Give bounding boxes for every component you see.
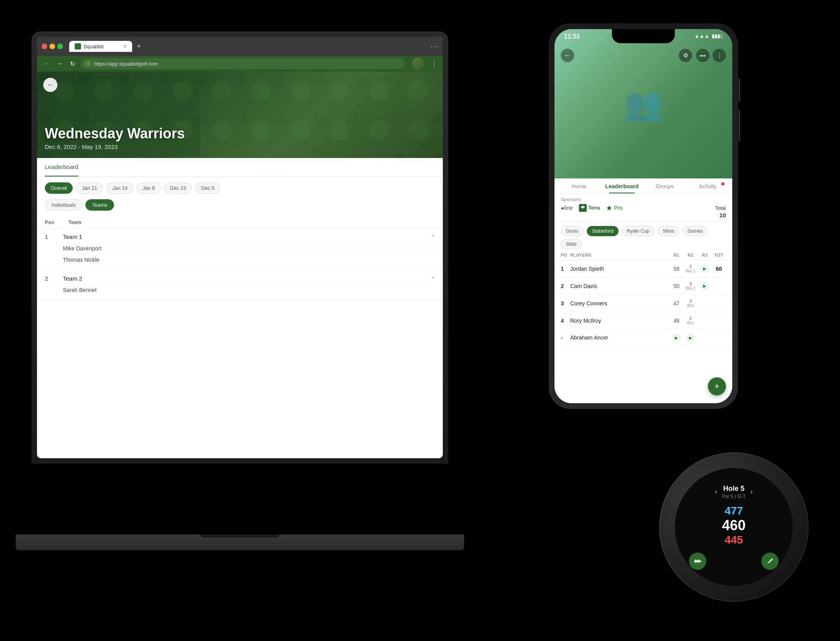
minimize-window-btn[interactable]: [50, 44, 55, 49]
hole-number: Hole 5: [722, 485, 746, 493]
red-distance: 445: [722, 534, 746, 546]
game-chip-games[interactable]: Games: [682, 226, 708, 236]
date-filters: Overall Jan 21 Jan 14 Jan 8 Dec 23 Dec 5: [37, 177, 443, 199]
stats-chip[interactable]: Stats: [561, 239, 582, 249]
filter-jan8[interactable]: Jan 8: [136, 182, 161, 194]
traffic-lights: [42, 44, 63, 49]
player-row-2: 2 Cam Davis 50 3 thru 1 ▶: [554, 277, 732, 295]
watch-bottom-actions: [683, 553, 785, 570]
team-2-member-1: Sarah Bennet: [63, 284, 435, 296]
svg-rect-3: [697, 560, 698, 563]
browser-tab[interactable]: Squabbit ✕: [69, 41, 132, 52]
browser-nav-bar: ← → ↻ https://app.squabbitgolf.com ⋮: [37, 56, 443, 72]
phone-more-icon[interactable]: •••: [696, 49, 709, 62]
team-1-chevron-icon[interactable]: ⌃: [431, 234, 435, 240]
browser-menu-icon[interactable]: ⋯: [430, 42, 438, 51]
team-2-members: Sarah Bennet: [45, 284, 435, 296]
close-window-btn[interactable]: [42, 44, 47, 49]
col-team: Team: [68, 219, 435, 225]
wifi-icon: ▲▲▲: [694, 33, 709, 39]
next-hole-button[interactable]: ›: [750, 488, 753, 496]
play-icon-2[interactable]: ▶: [700, 282, 709, 290]
game-chip-ryder[interactable]: Ryder Cup: [622, 226, 654, 236]
team-1-name[interactable]: Team 1: [63, 233, 425, 240]
reload-icon[interactable]: ↻: [68, 59, 77, 69]
user-avatar[interactable]: [412, 57, 425, 70]
player-2-r2: 3 thru 1: [683, 281, 698, 290]
player-table-header: PO PLAYERS R1 R2 R3 TOT: [554, 250, 732, 260]
filter-jan21[interactable]: Jan 21: [76, 182, 103, 194]
maximize-window-btn[interactable]: [57, 44, 63, 49]
phone-hero-image: ← ⚙ ••• ⋮: [554, 29, 732, 178]
new-tab-icon[interactable]: +: [137, 42, 141, 51]
blue-distance: 477: [722, 505, 746, 517]
total-label: Total: [715, 205, 726, 211]
league-title: Wednesday Warriors: [45, 125, 185, 142]
tab-close-icon[interactable]: ✕: [123, 44, 127, 49]
watch-scorecard-icon[interactable]: [761, 553, 779, 570]
team-1-pos: 1: [45, 233, 57, 240]
team-1-member-1: Mike Davenport: [63, 242, 435, 254]
team-1-member-2: Thomas Nickle: [63, 254, 435, 265]
filter-teams[interactable]: Teams: [85, 199, 114, 211]
phone-tab-activity[interactable]: Activity: [686, 178, 729, 193]
player-1-r3: ▶: [698, 264, 712, 273]
watch-measure-icon[interactable]: [689, 553, 706, 570]
back-arrow-icon[interactable]: ←: [42, 59, 51, 69]
play-icon[interactable]: ▶: [700, 264, 709, 273]
web-content: ← Wednesday Warriors Dec 6, 2022 - May 1…: [37, 72, 443, 458]
filter-dec5[interactable]: Dec 5: [195, 182, 220, 194]
phone-menu-icon[interactable]: ⋮: [713, 49, 726, 62]
volume-button[interactable]: [739, 110, 740, 141]
player-5-name: Abraham Ancer: [570, 334, 669, 341]
hole-distances: 477 460 445: [722, 505, 746, 546]
hole-navigation: ‹ Hole 5 Par 5 | SI 2 ›: [715, 485, 753, 499]
league-dates: Dec 6, 2022 - May 19, 2023: [45, 143, 185, 150]
phone-back-button[interactable]: ←: [561, 49, 574, 62]
sponsor-pro: Pro: [606, 205, 623, 211]
player-2-name: Cam Davis: [570, 283, 669, 289]
team-1-members: Mike Davenport Thomas Nickle: [45, 242, 435, 265]
col-tot: TOT: [712, 253, 726, 257]
phone-settings-icon[interactable]: ⚙: [679, 49, 692, 62]
forward-arrow-icon[interactable]: →: [55, 59, 64, 69]
play-icon-5b[interactable]: ▶: [686, 333, 695, 342]
browser-overflow-icon[interactable]: ⋮: [430, 59, 438, 68]
player-1-r2: 2 thru 1: [683, 264, 698, 273]
col-po: PO: [561, 253, 570, 257]
player-row-3: 3 Corey Conners 47 3 thru: [554, 295, 732, 312]
activity-notification-dot: [721, 182, 724, 186]
smartwatch: ‹ Hole 5 Par 5 | SI 2 › 477 460 445: [659, 452, 809, 602]
team-2-chevron-icon[interactable]: ⌃: [431, 276, 435, 281]
status-icons: ▲▲▲ ▮▮▮▯: [694, 33, 723, 39]
battery-icon: ▮▮▮▯: [712, 33, 723, 39]
phone-tab-home[interactable]: Home: [558, 178, 601, 193]
dynamic-island: [612, 29, 675, 43]
web-back-button[interactable]: ←: [43, 78, 57, 92]
player-4-pos: 4: [561, 318, 570, 324]
team-row-2: 2 Team 2 ⌃ Sarah Bennet: [37, 270, 443, 301]
game-chip-skins[interactable]: Skins: [658, 226, 679, 236]
player-5-r2: ▶: [683, 333, 698, 342]
total-value: 10: [719, 212, 726, 219]
fab-add-button[interactable]: +: [708, 377, 726, 395]
filter-overall[interactable]: Overall: [45, 182, 73, 194]
leaderboard-tab-bar: Leaderboard: [37, 158, 443, 177]
filter-dec23[interactable]: Dec 23: [164, 182, 192, 194]
phone-bottom-content: Home Leaderboard Groups Activity Sponsor…: [554, 178, 732, 403]
sponsor-proline: ●line: [561, 205, 573, 211]
address-bar[interactable]: https://app.squabbitgolf.com: [81, 58, 405, 69]
laptop-base: [16, 534, 464, 550]
filter-individuals[interactable]: Individuals: [45, 199, 82, 211]
power-button[interactable]: [739, 79, 740, 102]
leaderboard-tab[interactable]: Leaderboard: [45, 158, 78, 176]
phone-tab-groups[interactable]: Groups: [643, 178, 686, 193]
sponsors-label: Sponsors: [561, 197, 581, 202]
game-chip-stableford[interactable]: Stableford: [587, 226, 619, 236]
play-icon-5a[interactable]: ▶: [672, 333, 681, 342]
filter-jan14[interactable]: Jan 14: [106, 182, 133, 194]
team-2-name[interactable]: Team 2: [63, 275, 425, 282]
phone-tab-leaderboard[interactable]: Leaderboard: [601, 178, 643, 193]
game-chip-gross[interactable]: Gross: [561, 226, 584, 236]
prev-hole-button[interactable]: ‹: [715, 488, 717, 496]
